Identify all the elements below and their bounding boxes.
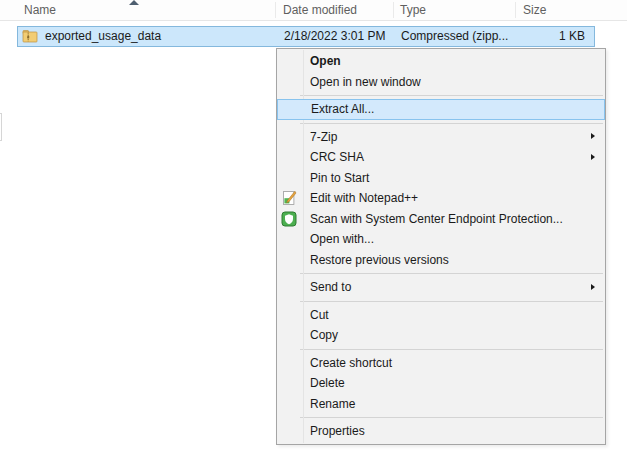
context-menu: Open Open in new window Extract All... 7… xyxy=(276,48,606,445)
file-row-selected[interactable]: exported_usage_data 2/18/2022 3:01 PM Co… xyxy=(17,26,595,47)
file-type: Compressed (zipp... xyxy=(401,27,508,46)
sort-ascending-icon xyxy=(129,0,139,5)
menu-separator xyxy=(300,417,603,418)
file-name: exported_usage_data xyxy=(45,27,161,46)
menu-item-label: Scan with System Center Endpoint Protect… xyxy=(310,212,563,226)
menu-separator xyxy=(300,301,603,302)
menu-item-copy[interactable]: Copy xyxy=(277,325,605,346)
column-header-size[interactable]: Size xyxy=(523,0,546,20)
menu-item-label: Edit with Notepad++ xyxy=(310,191,418,205)
menu-item-label: Properties xyxy=(310,424,365,438)
menu-item-label: Cut xyxy=(310,308,329,322)
menu-item-label: Copy xyxy=(310,328,338,342)
menu-item-label: Create shortcut xyxy=(310,356,392,370)
menu-item-label: CRC SHA xyxy=(310,150,364,164)
menu-item-properties[interactable]: Properties xyxy=(277,421,605,442)
menu-item-label: Open xyxy=(310,54,341,68)
menu-item-send-to[interactable]: Send to xyxy=(277,277,605,298)
menu-item-label: Extract All... xyxy=(311,102,374,116)
menu-item-scan-scep[interactable]: Scan with System Center Endpoint Protect… xyxy=(277,209,605,230)
file-date-modified: 2/18/2022 3:01 PM xyxy=(284,27,385,46)
pane-edge-artifact xyxy=(0,113,2,141)
menu-item-label: Pin to Start xyxy=(310,171,369,185)
menu-item-open[interactable]: Open xyxy=(277,51,605,72)
column-header-date-modified[interactable]: Date modified xyxy=(283,0,357,20)
submenu-arrow-icon xyxy=(591,284,595,290)
menu-item-label: Restore previous versions xyxy=(310,253,449,267)
menu-item-restore-versions[interactable]: Restore previous versions xyxy=(277,250,605,271)
menu-item-crc-sha[interactable]: CRC SHA xyxy=(277,147,605,168)
shield-icon xyxy=(281,211,297,227)
menu-separator xyxy=(300,349,603,350)
menu-separator xyxy=(300,123,603,124)
menu-item-cut[interactable]: Cut xyxy=(277,305,605,326)
menu-item-7zip[interactable]: 7-Zip xyxy=(277,127,605,148)
menu-item-label: 7-Zip xyxy=(310,130,337,144)
menu-item-create-shortcut[interactable]: Create shortcut xyxy=(277,353,605,374)
column-header-name[interactable]: Name xyxy=(24,0,56,20)
menu-item-label: Rename xyxy=(310,397,355,411)
menu-item-open-new-window[interactable]: Open in new window xyxy=(277,72,605,93)
menu-item-delete[interactable]: Delete xyxy=(277,373,605,394)
menu-item-rename[interactable]: Rename xyxy=(277,394,605,415)
menu-item-pin-to-start[interactable]: Pin to Start xyxy=(277,168,605,189)
file-size: 1 KB xyxy=(559,27,585,46)
file-list-header: Name Date modified Type Size xyxy=(0,0,627,21)
column-divider[interactable] xyxy=(515,2,516,18)
zip-folder-icon xyxy=(22,28,38,44)
submenu-arrow-icon xyxy=(591,154,595,160)
menu-item-extract-all[interactable]: Extract All... xyxy=(277,99,605,120)
menu-item-label: Send to xyxy=(310,280,351,294)
menu-separator xyxy=(300,95,603,96)
column-header-type[interactable]: Type xyxy=(400,0,426,20)
menu-item-label: Open with... xyxy=(310,232,374,246)
column-divider[interactable] xyxy=(393,2,394,18)
menu-item-edit-notepad[interactable]: Edit with Notepad++ xyxy=(277,188,605,209)
menu-separator xyxy=(300,273,603,274)
column-divider[interactable] xyxy=(275,2,276,18)
menu-item-label: Open in new window xyxy=(310,75,421,89)
notepad-edit-icon xyxy=(281,190,297,206)
menu-item-label: Delete xyxy=(310,376,345,390)
menu-item-open-with[interactable]: Open with... xyxy=(277,229,605,250)
submenu-arrow-icon xyxy=(591,133,595,139)
